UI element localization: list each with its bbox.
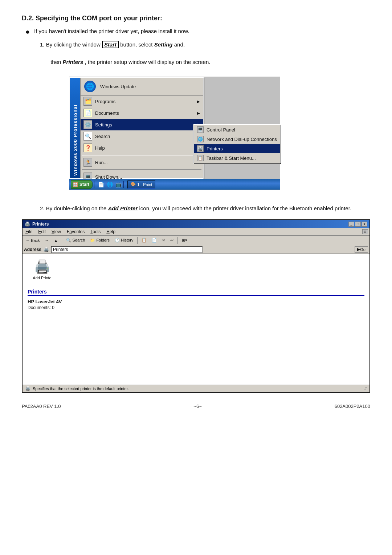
search-icon: 🔍 bbox=[83, 132, 92, 141]
taskbar: 🪟 Start 📄 🌐 📺 🎨 1 - Paint bbox=[69, 179, 280, 190]
programs-item[interactable]: 🗂️ Programs ▶ bbox=[81, 96, 203, 107]
start-button-icon: 🪟 bbox=[73, 182, 78, 187]
menu-file[interactable]: File bbox=[24, 229, 34, 235]
taskbar-icon-2[interactable]: 🌐 bbox=[106, 181, 113, 188]
start-menu-screenshot: Windows 2000 Professional 🌐 Windows Upda… bbox=[69, 77, 280, 190]
copyto-button[interactable]: 📄 bbox=[150, 237, 159, 243]
taskbar-icon-3[interactable]: 📺 bbox=[115, 181, 122, 188]
maximize-button[interactable]: □ bbox=[355, 222, 361, 227]
printers-window: 🖨️ Printers _ □ X File Edit View Favorit… bbox=[22, 219, 370, 393]
printers-title-text: Printers bbox=[32, 222, 49, 227]
step-1-text-part3: and, bbox=[174, 41, 185, 48]
run-item[interactable]: 🏃 Run... bbox=[81, 157, 203, 168]
taskbar-quick-launch: 📄 🌐 📺 bbox=[97, 181, 122, 188]
programs-label: Programs bbox=[95, 99, 193, 104]
section-title: D.2. Specifying the COM port on your pri… bbox=[22, 15, 370, 22]
documents-item[interactable]: 📄 Documents ▶ bbox=[81, 107, 203, 119]
address-printers-icon: 🖨️ bbox=[44, 247, 49, 252]
taskbar-icon-1[interactable]: 📄 bbox=[97, 181, 105, 188]
printers-toolbar: ← Back → ▲ 🔍 Search 📁 Folders 🕐 History … bbox=[23, 236, 369, 245]
folders-toolbar-button[interactable]: 📁 Folders bbox=[88, 237, 111, 243]
moveto-button[interactable]: 📋 bbox=[140, 237, 148, 243]
step-2-text-part2: icon, you will proceed with the printer … bbox=[139, 205, 351, 211]
printers-titlebar: 🖨️ Printers _ □ X bbox=[23, 220, 369, 228]
taskbar-program-label: 1 - Paint bbox=[137, 182, 152, 187]
step-1: 1. By clicking the window Start button, … bbox=[40, 40, 370, 66]
titlebar-controls: _ □ X bbox=[348, 222, 367, 227]
add-printer-icon-label: Add Printe bbox=[33, 276, 51, 280]
documents-arrow: ▶ bbox=[197, 111, 200, 115]
add-printer-label: Add Printer bbox=[108, 205, 138, 211]
printers-menubar: File Edit View Favorites Tools Help ⊞ bbox=[23, 228, 369, 236]
menu-favorites[interactable]: Favorites bbox=[65, 229, 86, 235]
windows-update-item[interactable]: 🌐 Windows Update bbox=[81, 78, 203, 96]
hp-laserjet-name: HP LaserJet 4V bbox=[28, 299, 364, 304]
search-item[interactable]: 🔍 Search ▶ bbox=[81, 130, 203, 142]
add-printer-icon: 🖨️ bbox=[34, 259, 50, 274]
step-2-num: 2. bbox=[40, 205, 45, 211]
statusbar-icon: 🖨️ bbox=[25, 386, 30, 391]
printers-submenu-item[interactable]: 🖨️ Printers bbox=[194, 144, 280, 153]
network-label: Network and Dial-up Connections bbox=[207, 137, 277, 142]
settings-icon: ⚙️ bbox=[83, 120, 92, 129]
menu-view[interactable]: View bbox=[50, 229, 62, 235]
printers-submenu-icon: 🖨️ bbox=[197, 145, 204, 152]
go-icon: ▶ bbox=[357, 247, 360, 252]
taskbar-program-icon: 🎨 bbox=[131, 182, 136, 187]
go-button[interactable]: ▶ Go bbox=[355, 246, 368, 253]
search-label: Search bbox=[95, 134, 193, 139]
printers-bold-label: Printers bbox=[63, 59, 83, 65]
settings-item[interactable]: ⚙️ Settings ▶ bbox=[81, 119, 203, 130]
settings-submenu: 🖥️ Control Panel 🌐 Network and Dial-up C… bbox=[193, 124, 281, 163]
separator-1 bbox=[82, 155, 201, 155]
network-item[interactable]: 🌐 Network and Dial-up Connections bbox=[194, 134, 280, 144]
titlebar-title: 🖨️ Printers bbox=[25, 222, 49, 227]
step-1-text-part2: button, select bbox=[120, 41, 154, 48]
hp-laserjet-docs: Documents: 0 bbox=[28, 305, 364, 310]
printers-section-label: Printers bbox=[28, 289, 364, 296]
page-footer: PA02AA0 REV 1.0 ~6~ 602A002P2A100 bbox=[22, 404, 370, 409]
help-item[interactable]: ❓ Help bbox=[81, 142, 203, 154]
menu-tools[interactable]: Tools bbox=[89, 229, 102, 235]
minimize-button[interactable]: _ bbox=[348, 222, 354, 227]
printers-content: 🖨️ Add Printe Printers HP LaserJet 4V Do… bbox=[23, 254, 369, 385]
control-panel-item[interactable]: 🖥️ Control Panel bbox=[194, 125, 280, 134]
documents-label: Documents bbox=[95, 110, 193, 116]
taskbar-program[interactable]: 🎨 1 - Paint bbox=[127, 181, 155, 189]
start-button[interactable]: 🪟 Start bbox=[71, 180, 93, 189]
menu-help[interactable]: Help bbox=[105, 229, 117, 235]
settings-label: Settings bbox=[95, 122, 193, 127]
taskbar-startmenu-icon: 📋 bbox=[197, 155, 204, 161]
titlebar-icon-right: ⊞ bbox=[362, 229, 368, 234]
start-button-label: Start bbox=[79, 182, 89, 187]
search-toolbar-button[interactable]: 🔍 Search bbox=[64, 237, 87, 243]
views-button[interactable]: ⊞▾ bbox=[180, 237, 189, 243]
taskbar-startmenu-item[interactable]: 📋 Taskbar & Start Menu... bbox=[194, 153, 280, 163]
menu-edit[interactable]: Edit bbox=[37, 229, 47, 235]
printers-addressbar: Address 🖨️ Printers ▶ Go bbox=[23, 245, 369, 254]
statusbar-text: Specifies that the selected printer is t… bbox=[33, 386, 129, 391]
toolbar-sep-1 bbox=[62, 237, 62, 244]
taskbar-startmenu-label: Taskbar & Start Menu... bbox=[207, 155, 256, 161]
close-button[interactable]: X bbox=[362, 222, 367, 227]
add-printer-icon-item[interactable]: 🖨️ Add Printe bbox=[28, 259, 57, 280]
undo-button[interactable]: ↩ bbox=[168, 237, 175, 243]
start-menu-banner-text: Windows 2000 Professional bbox=[73, 105, 78, 176]
printers-section: Printers HP LaserJet 4V Documents: 0 bbox=[28, 289, 364, 310]
control-panel-icon: 🖥️ bbox=[197, 126, 204, 133]
resize-handle[interactable]: // bbox=[364, 386, 367, 390]
programs-arrow: ▶ bbox=[197, 100, 200, 104]
bullet-item-1: ● If you haven't installed the printer d… bbox=[25, 27, 370, 36]
back-button[interactable]: ← Back bbox=[24, 238, 42, 243]
numbered-list: 1. By clicking the window Start button, … bbox=[40, 40, 370, 213]
setting-label: Setting bbox=[154, 41, 173, 48]
start-menu-items: 🌐 Windows Update 🗂️ Programs ▶ 📄 Documen… bbox=[80, 78, 203, 178]
address-input[interactable]: Printers bbox=[51, 246, 203, 253]
taskbar-divider-1 bbox=[94, 181, 94, 188]
delete-button[interactable]: ✕ bbox=[160, 237, 167, 243]
programs-icon: 🗂️ bbox=[83, 97, 92, 106]
up-button[interactable]: ▲ bbox=[52, 238, 60, 243]
step-1-text-part4: then bbox=[50, 59, 62, 65]
forward-button[interactable]: → bbox=[43, 238, 51, 243]
history-toolbar-button[interactable]: 🕐 History bbox=[113, 237, 135, 243]
